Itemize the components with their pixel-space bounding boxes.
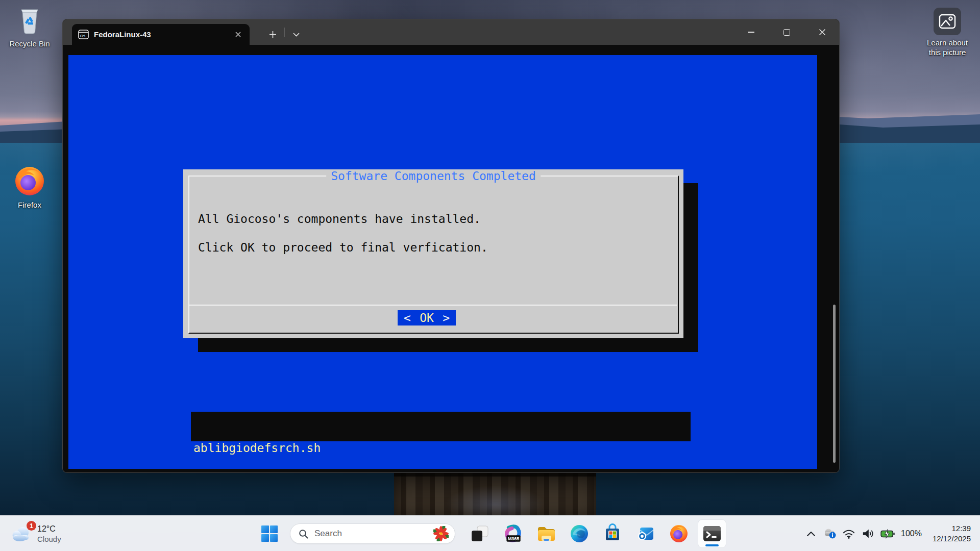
- search-box[interactable]: Search: [290, 523, 455, 544]
- tab-dropdown-button[interactable]: [286, 24, 306, 45]
- copilot-m365-icon: M365: [502, 523, 524, 544]
- desktop-icon-firefox[interactable]: Firefox: [7, 164, 52, 210]
- svg-text:C:\: C:\: [80, 34, 86, 38]
- tray-date: 12/12/2025: [933, 534, 971, 544]
- wallpaper-pier: [394, 472, 596, 515]
- volume-tray-button[interactable]: [860, 516, 875, 551]
- desktop-icon-recycle-bin[interactable]: Recycle Bin: [8, 5, 51, 48]
- copilot-m365-button[interactable]: M365: [499, 519, 527, 548]
- outlook-icon: [635, 523, 656, 544]
- minimize-icon: [748, 32, 754, 33]
- taskbar-center: Search: [259, 516, 726, 551]
- wifi-tray-button[interactable]: [841, 516, 856, 551]
- recycle-bin-icon: [15, 5, 44, 37]
- tray-chevron-up-button[interactable]: [803, 516, 819, 551]
- minimize-button[interactable]: [736, 19, 766, 45]
- dialog-button-separator: [189, 305, 677, 306]
- copilot-m365-badge: M365: [508, 536, 519, 541]
- edge-icon: [569, 523, 590, 544]
- firefox-shortcut-label: Firefox: [18, 200, 41, 210]
- system-tray: 100% 12:39 12/12/2025: [803, 516, 980, 551]
- clock-widget[interactable]: 12:39 12/12/2025: [933, 523, 971, 544]
- tab-title: FedoraLinux-43: [94, 30, 228, 39]
- tray-time: 12:39: [933, 523, 971, 534]
- terminal-window: C:\ FedoraLinux-43: [62, 19, 840, 473]
- dialog-message-line1: All Giocoso's components have installed.: [198, 212, 481, 226]
- console-line: ablibgiodefsrch.sh: [193, 441, 691, 455]
- terminal-icon: [702, 523, 722, 544]
- firefox-icon: [13, 164, 46, 198]
- chevron-down-icon: [293, 33, 300, 37]
- windows-logo-icon: [260, 524, 279, 543]
- whiptail-dialog: Software Components Completed All Giocos…: [183, 169, 683, 338]
- tab-bar-divider: [284, 28, 285, 37]
- close-icon: [819, 29, 826, 36]
- file-explorer-button[interactable]: [532, 519, 560, 548]
- edge-button[interactable]: [565, 519, 594, 548]
- active-app-indicator: [705, 544, 719, 546]
- search-placeholder-text: Search: [314, 529, 427, 539]
- learn-about-label-line1: Learn about: [927, 38, 968, 47]
- poinsettia-flower-icon: [433, 526, 449, 541]
- search-icon: [299, 529, 308, 539]
- weather-notification-badge: 1: [27, 521, 36, 531]
- wifi-icon: [842, 528, 855, 539]
- weather-cloud-icon: 1: [10, 524, 33, 543]
- microsoft-store-button[interactable]: [598, 519, 627, 548]
- terminal-scrollbar[interactable]: [833, 305, 836, 463]
- taskbar: 1 12°C Cloudy: [0, 515, 980, 551]
- tui-screen: Software Components Completed All Giocos…: [68, 55, 817, 469]
- speaker-icon: [861, 528, 874, 539]
- firefox-taskbar-icon: [669, 523, 689, 544]
- ok-button-label: OK: [420, 311, 434, 324]
- weather-condition: Cloudy: [37, 534, 61, 544]
- chevron-up-icon: [806, 531, 816, 537]
- onedrive-tray-button[interactable]: [822, 516, 838, 551]
- terminal-titlebar[interactable]: C:\ FedoraLinux-43: [63, 19, 839, 45]
- task-view-icon: [470, 524, 489, 543]
- console-output: ablibgiodefsrch.sh 962670e37230f8cfc6838…: [191, 412, 691, 441]
- maximize-icon: [783, 29, 790, 36]
- battery-tray-button[interactable]: [879, 516, 896, 551]
- new-tab-button[interactable]: [262, 24, 283, 45]
- ok-button-left-bracket: <: [404, 311, 411, 324]
- ok-button[interactable]: < OK >: [398, 310, 456, 325]
- learn-about-label-line2: this picture: [927, 47, 968, 57]
- outlook-button[interactable]: [631, 519, 660, 548]
- desktop-screen: Recycle Bin Firefox: [0, 0, 980, 551]
- maximize-button[interactable]: [772, 19, 801, 45]
- weather-temperature: 12°C: [37, 524, 61, 534]
- tab-close-icon[interactable]: [233, 30, 243, 39]
- terminal-button-active[interactable]: [698, 519, 726, 548]
- desktop-icon-learn-about-picture[interactable]: Learn about this picture: [917, 7, 978, 57]
- weather-widget[interactable]: 1 12°C Cloudy: [6, 516, 65, 551]
- task-view-button[interactable]: [465, 519, 494, 548]
- file-explorer-icon: [536, 523, 556, 544]
- picture-info-icon: [933, 7, 962, 36]
- dialog-message-line2: Click OK to proceed to final verfication…: [198, 240, 488, 255]
- command-prompt-icon: C:\: [78, 30, 89, 39]
- recycle-bin-label: Recycle Bin: [9, 39, 50, 48]
- close-window-button[interactable]: [807, 19, 837, 45]
- start-button[interactable]: [259, 519, 280, 548]
- terminal-tab[interactable]: C:\ FedoraLinux-43: [72, 24, 250, 45]
- dialog-title: Software Components Completed: [326, 170, 541, 182]
- battery-charging-icon: [879, 528, 896, 540]
- battery-percent: 100%: [901, 529, 922, 538]
- microsoft-store-icon: [602, 523, 623, 544]
- firefox-button[interactable]: [665, 519, 693, 548]
- onedrive-cloud-icon: [823, 528, 837, 540]
- ok-button-right-bracket: >: [443, 311, 450, 324]
